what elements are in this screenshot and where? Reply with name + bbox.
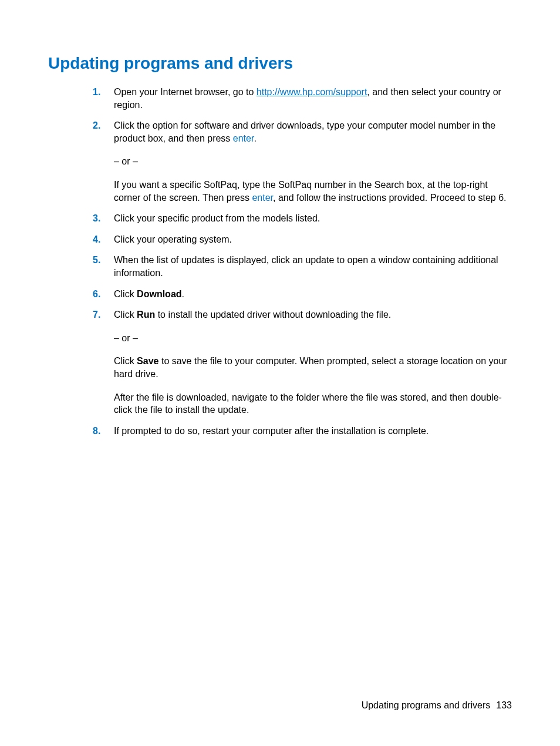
step-8: 8. If prompted to do so, restart your co… [93, 425, 512, 438]
step-content: Click Run to install the updated driver … [114, 308, 512, 416]
step-text: Click [114, 289, 137, 299]
step-text: After the file is downloaded, navigate t… [114, 391, 512, 416]
step-content: Open your Internet browser, go to http:/… [114, 86, 512, 111]
step-number: 4. [93, 233, 114, 246]
step-1: 1. Open your Internet browser, go to htt… [93, 86, 512, 111]
steps-list: 1. Open your Internet browser, go to htt… [48, 86, 512, 437]
step-number: 7. [93, 308, 114, 416]
step-number: 5. [93, 254, 114, 279]
page-heading: Updating programs and drivers [48, 54, 512, 73]
step-text: , and follow the instructions provided. … [273, 193, 507, 203]
support-link[interactable]: http://www.hp.com/support [257, 87, 367, 97]
enter-keyword: enter [252, 193, 273, 203]
step-3: 3. Click your specific product from the … [93, 212, 512, 225]
step-content: When the list of updates is displayed, c… [114, 254, 512, 279]
download-bold: Download [137, 289, 181, 299]
step-content: Click your operating system. [114, 233, 512, 246]
step-text: . [182, 289, 184, 299]
page-number: 133 [496, 700, 512, 710]
or-separator: – or – [114, 155, 512, 168]
or-separator: – or – [114, 332, 512, 345]
footer-text: Updating programs and drivers [362, 700, 491, 710]
step-4: 4. Click your operating system. [93, 233, 512, 246]
step-6: 6. Click Download. [93, 288, 512, 301]
step-text: When the list of updates is displayed, c… [114, 254, 512, 279]
step-text: to install the updated driver without do… [155, 310, 391, 320]
step-5: 5. When the list of updates is displayed… [93, 254, 512, 279]
step-text: Open your Internet browser, go to [114, 87, 257, 97]
step-number: 1. [93, 86, 114, 111]
step-number: 2. [93, 119, 114, 204]
step-number: 3. [93, 212, 114, 225]
step-number: 6. [93, 288, 114, 301]
step-content: Click Download. [114, 288, 512, 301]
step-content: If prompted to do so, restart your compu… [114, 425, 512, 438]
enter-keyword: enter [233, 133, 254, 143]
step-text: If prompted to do so, restart your compu… [114, 425, 512, 438]
step-text: Click [114, 356, 137, 366]
save-bold: Save [137, 356, 158, 366]
step-text: Click [114, 310, 137, 320]
run-bold: Run [137, 310, 155, 320]
page-footer: Updating programs and drivers133 [362, 700, 512, 711]
step-content: Click your specific product from the mod… [114, 212, 512, 225]
step-text: Click your specific product from the mod… [114, 212, 512, 225]
step-content: Click the option for software and driver… [114, 119, 512, 204]
step-text: Click your operating system. [114, 233, 512, 246]
step-7: 7. Click Run to install the updated driv… [93, 308, 512, 416]
step-text: Click the option for software and driver… [114, 120, 495, 143]
step-2: 2. Click the option for software and dri… [93, 119, 512, 204]
step-text: to save the file to your computer. When … [114, 356, 507, 379]
step-text: . [254, 133, 256, 143]
step-number: 8. [93, 425, 114, 438]
